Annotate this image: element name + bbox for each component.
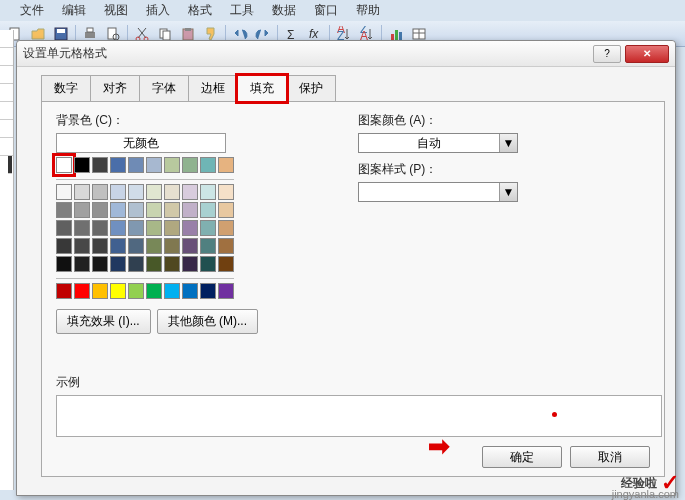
fill-effects-button[interactable]: 填充效果 (I)... — [56, 309, 151, 334]
color-swatch[interactable] — [92, 202, 108, 218]
color-swatch[interactable] — [164, 256, 180, 272]
tab-protect[interactable]: 保护 — [286, 75, 336, 102]
color-swatch[interactable] — [92, 184, 108, 200]
color-swatch[interactable] — [74, 202, 90, 218]
color-swatch[interactable] — [182, 184, 198, 200]
tab-fill[interactable]: 填充 — [237, 75, 287, 102]
cancel-button[interactable]: 取消 — [570, 446, 650, 468]
tab-alignment[interactable]: 对齐 — [90, 75, 140, 102]
ok-button[interactable]: 确定 — [482, 446, 562, 468]
menu-tools[interactable]: 工具 — [230, 2, 254, 19]
color-swatch[interactable] — [128, 184, 144, 200]
no-color-button[interactable]: 无颜色 — [56, 133, 226, 153]
color-swatch[interactable] — [110, 256, 126, 272]
color-swatch[interactable] — [74, 184, 90, 200]
pattern-style-dropdown[interactable]: ▼ — [358, 182, 518, 202]
tab-number[interactable]: 数字 — [41, 75, 91, 102]
color-swatch[interactable] — [110, 238, 126, 254]
color-swatch[interactable] — [182, 283, 198, 299]
color-swatch[interactable] — [128, 202, 144, 218]
menu-data[interactable]: 数据 — [272, 2, 296, 19]
color-swatch[interactable] — [128, 256, 144, 272]
tab-border[interactable]: 边框 — [188, 75, 238, 102]
color-swatch[interactable] — [182, 238, 198, 254]
color-swatch[interactable] — [128, 283, 144, 299]
color-swatch[interactable] — [146, 202, 162, 218]
color-swatch[interactable] — [182, 157, 198, 173]
color-swatch[interactable] — [200, 220, 216, 236]
menu-format[interactable]: 格式 — [188, 2, 212, 19]
more-colors-button[interactable]: 其他颜色 (M)... — [157, 309, 258, 334]
color-swatch[interactable] — [218, 184, 234, 200]
color-swatch[interactable] — [146, 238, 162, 254]
menu-window[interactable]: 窗口 — [314, 2, 338, 19]
color-swatch[interactable] — [200, 184, 216, 200]
color-swatch[interactable] — [128, 220, 144, 236]
color-swatch[interactable] — [146, 184, 162, 200]
color-swatch[interactable] — [182, 202, 198, 218]
color-swatch[interactable] — [110, 157, 126, 173]
color-swatch[interactable] — [182, 220, 198, 236]
color-swatch[interactable] — [74, 256, 90, 272]
color-swatch[interactable] — [74, 283, 90, 299]
color-swatch[interactable] — [128, 157, 144, 173]
color-swatch[interactable] — [164, 283, 180, 299]
color-swatch[interactable] — [146, 283, 162, 299]
color-swatch[interactable] — [56, 283, 72, 299]
menu-edit[interactable]: 编辑 — [62, 2, 86, 19]
help-button[interactable]: ? — [593, 45, 621, 63]
color-swatch[interactable] — [164, 220, 180, 236]
color-swatch[interactable] — [146, 157, 162, 173]
color-swatch[interactable] — [56, 184, 72, 200]
color-swatch[interactable] — [200, 238, 216, 254]
tab-font[interactable]: 字体 — [139, 75, 189, 102]
color-swatch[interactable] — [218, 157, 234, 173]
color-swatch[interactable] — [92, 283, 108, 299]
color-swatch[interactable] — [218, 283, 234, 299]
color-swatch[interactable] — [110, 220, 126, 236]
color-swatch[interactable] — [56, 256, 72, 272]
color-swatch[interactable] — [200, 256, 216, 272]
color-swatch[interactable] — [128, 238, 144, 254]
divider — [56, 278, 234, 279]
color-swatch[interactable] — [56, 157, 72, 173]
menu-file[interactable]: 文件 — [20, 2, 44, 19]
color-swatch[interactable] — [74, 157, 90, 173]
color-swatch[interactable] — [92, 220, 108, 236]
color-swatch[interactable] — [164, 157, 180, 173]
color-swatch[interactable] — [56, 238, 72, 254]
chevron-down-icon: ▼ — [499, 134, 517, 152]
color-swatch[interactable] — [200, 283, 216, 299]
color-swatch[interactable] — [164, 202, 180, 218]
color-swatch[interactable] — [164, 184, 180, 200]
color-swatch[interactable] — [146, 256, 162, 272]
color-swatch[interactable] — [56, 220, 72, 236]
annotation-arrow-icon: ➡ — [428, 431, 450, 462]
dialog-titlebar[interactable]: 设置单元格格式 ? ✕ — [17, 41, 675, 67]
color-swatch[interactable] — [74, 220, 90, 236]
color-swatch[interactable] — [110, 202, 126, 218]
close-button[interactable]: ✕ — [625, 45, 669, 63]
color-swatch[interactable] — [56, 202, 72, 218]
color-swatch[interactable] — [92, 157, 108, 173]
color-swatch[interactable] — [146, 220, 162, 236]
dialog-tabs: 数字 对齐 字体 边框 填充 保护 — [41, 75, 675, 102]
pattern-color-dropdown[interactable]: 自动 ▼ — [358, 133, 518, 153]
color-swatch[interactable] — [200, 157, 216, 173]
color-swatch[interactable] — [218, 256, 234, 272]
menu-insert[interactable]: 插入 — [146, 2, 170, 19]
color-swatch[interactable] — [110, 283, 126, 299]
standard-palette — [56, 283, 258, 299]
color-swatch[interactable] — [74, 238, 90, 254]
color-swatch[interactable] — [182, 256, 198, 272]
color-swatch[interactable] — [164, 238, 180, 254]
menu-help[interactable]: 帮助 — [356, 2, 380, 19]
color-swatch[interactable] — [92, 256, 108, 272]
color-swatch[interactable] — [92, 238, 108, 254]
color-swatch[interactable] — [218, 202, 234, 218]
color-swatch[interactable] — [110, 184, 126, 200]
menu-view[interactable]: 视图 — [104, 2, 128, 19]
color-swatch[interactable] — [200, 202, 216, 218]
color-swatch[interactable] — [218, 220, 234, 236]
color-swatch[interactable] — [218, 238, 234, 254]
